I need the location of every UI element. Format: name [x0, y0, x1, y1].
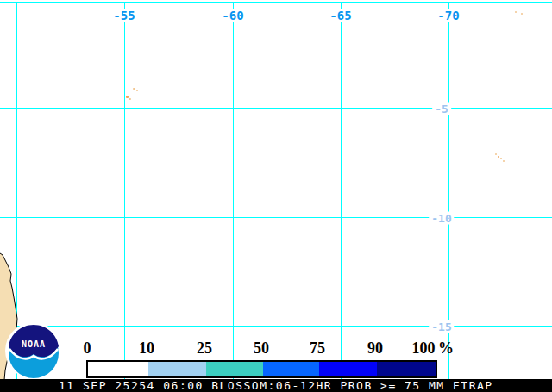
colorbar-segment	[377, 362, 436, 376]
island-dot	[521, 13, 523, 15]
gridline-horizontal-15s	[0, 326, 552, 327]
gridline-horizontal-top	[0, 2, 552, 3]
island-dot	[495, 153, 497, 155]
percent-unit-label: %	[438, 339, 454, 357]
colorbar-segment	[88, 362, 148, 376]
island-dot	[133, 88, 135, 90]
colorbar-segment	[319, 362, 377, 376]
gridline-vertical-55w	[124, 2, 125, 379]
colorbar-segment	[206, 362, 263, 376]
gridline-horizontal-5s	[0, 108, 552, 109]
colorbar-tick-label: 25	[197, 339, 212, 357]
probability-colorbar	[86, 360, 437, 378]
noaa-logo-text: NOAA	[22, 339, 46, 349]
gridline-horizontal-10s	[0, 217, 552, 218]
latitude-label: -10	[429, 212, 454, 225]
longitude-label: -65	[328, 9, 353, 22]
colorbar-segment	[263, 362, 319, 376]
island-dot	[500, 158, 502, 159]
gridline-vertical-60w	[233, 2, 234, 379]
noaa-logo: NOAA	[5, 322, 62, 379]
status-bar: 11 SEP 25254 06:00 BLOSSOM:06-12HR PROB …	[0, 379, 552, 392]
island-dot	[136, 90, 138, 91]
status-bar-text: 11 SEP 25254 06:00 BLOSSOM:06-12HR PROB …	[0, 379, 552, 392]
island-dot	[129, 98, 131, 100]
island-dot	[498, 156, 499, 158]
map-canvas: -55 -60 -65 -70 -5 -10 -15	[0, 0, 552, 379]
colorbar-tick-label: 90	[367, 339, 383, 357]
longitude-label: -70	[436, 9, 461, 22]
island-dot	[503, 160, 505, 162]
colorbar-tick-label: 100	[412, 339, 436, 357]
latitude-label: -15	[429, 320, 454, 333]
latitude-label: -5	[432, 103, 451, 115]
island-dot	[515, 11, 517, 13]
colorbar-tick-label: 75	[310, 339, 325, 357]
longitude-label: -55	[111, 9, 136, 22]
colorbar-tick-label: 0	[84, 339, 91, 357]
colorbar-segment	[148, 362, 206, 376]
longitude-label: -60	[220, 9, 245, 22]
gridline-vertical-65w	[341, 2, 342, 379]
colorbar-tick-label: 50	[254, 339, 269, 357]
weather-probability-map: -55 -60 -65 -70 -5 -10 -15 0 10 25 50 75…	[0, 0, 552, 392]
colorbar-tick-label: 10	[139, 339, 154, 357]
